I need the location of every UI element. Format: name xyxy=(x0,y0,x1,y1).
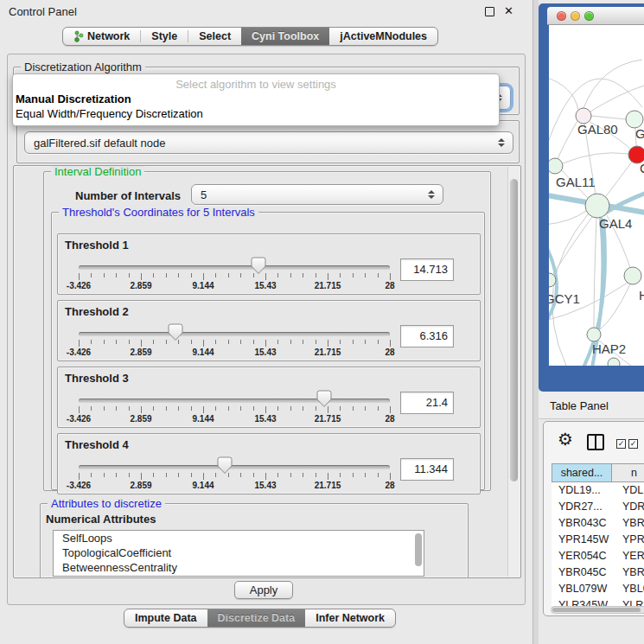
tab-style[interactable]: Style xyxy=(141,28,188,45)
float-window-icon[interactable] xyxy=(485,7,494,16)
column-header-shared-name[interactable]: shared... xyxy=(552,463,612,482)
network-canvas[interactable]: GAL80GACGAL11GAL4GCY1HHAP2 xyxy=(549,25,644,366)
tab-label: Select xyxy=(199,30,231,42)
cell-shared-name: YBL079W xyxy=(552,581,612,597)
cell-name: YBR0 xyxy=(612,515,644,532)
tab-discretize-data[interactable]: Discretize Data xyxy=(207,609,306,627)
slider-track[interactable] xyxy=(79,465,390,469)
slider-tick xyxy=(353,473,354,477)
column-header-name[interactable]: n xyxy=(612,463,644,482)
table-row[interactable]: YBR045CYBR0 xyxy=(552,564,644,581)
slider-thumb[interactable] xyxy=(217,456,233,475)
cyni-mode-tabs: Impute DataDiscretize DataInfer Network xyxy=(124,609,396,628)
table-row[interactable]: YBL079WYBL0 xyxy=(552,581,644,597)
table-row[interactable]: YDR27...YDR2 xyxy=(552,499,644,515)
threshold-value-field[interactable]: 6.316 xyxy=(400,325,454,348)
slider-tick xyxy=(365,340,366,344)
table-data-combobox[interactable]: galFiltered.sif default node xyxy=(24,131,513,154)
slider-tick-label: -3.426 xyxy=(67,414,91,424)
window-zoom-icon[interactable] xyxy=(584,11,594,21)
network-edge[interactable] xyxy=(590,86,644,112)
gear-icon[interactable]: ⚙ xyxy=(558,429,573,450)
dropdown-placeholder-item[interactable]: Select algorithm to view settings xyxy=(13,77,499,92)
network-edge[interactable] xyxy=(583,60,642,108)
table-row[interactable]: YPR145WYPR1 xyxy=(552,532,644,548)
table-row[interactable]: YLR345WYLR3 xyxy=(552,597,644,606)
network-node-gal11[interactable] xyxy=(549,158,563,174)
table-row[interactable]: YDL19...YDL1 xyxy=(552,482,644,499)
network-edge[interactable] xyxy=(591,116,626,119)
network-node-gal4[interactable] xyxy=(585,194,609,218)
list-scrollbar[interactable] xyxy=(415,533,422,566)
column-select-icon[interactable]: ✓✓ xyxy=(616,439,638,449)
slider-tick xyxy=(116,340,117,344)
close-icon[interactable]: ✕ xyxy=(504,4,513,17)
number-of-intervals-label: Number of Intervals xyxy=(75,189,181,202)
table-row[interactable]: YBR043CYBR0 xyxy=(552,515,644,532)
slider-tick xyxy=(303,473,303,477)
slider-tick xyxy=(91,340,92,344)
table-horizontal-scrollbar[interactable] xyxy=(551,606,644,614)
tab-jactivemnodules[interactable]: jActiveMNodules xyxy=(329,28,437,45)
slider-tick xyxy=(353,340,354,344)
window-minimize-icon[interactable] xyxy=(571,11,580,21)
cell-name: YLR3 xyxy=(612,597,644,606)
threshold-value-field[interactable]: 14.713 xyxy=(400,258,454,281)
network-edge[interactable] xyxy=(549,211,586,225)
scrollbar-thumb[interactable] xyxy=(510,179,518,481)
apply-button[interactable]: Apply xyxy=(234,581,293,599)
scrollbar-thumb[interactable] xyxy=(552,608,641,612)
attribute-list-item[interactable]: SelfLoops xyxy=(54,531,424,545)
slider-tick xyxy=(215,406,216,411)
network-node-ga[interactable] xyxy=(626,111,643,128)
attribute-list-item[interactable]: TopologicalCoefficient xyxy=(54,545,424,560)
network-edge[interactable] xyxy=(563,153,628,163)
node-label: GAL11 xyxy=(556,175,596,189)
slider-tick xyxy=(116,273,117,277)
cell-shared-name: YLR345W xyxy=(552,597,612,606)
window-close-icon[interactable] xyxy=(557,11,566,21)
tab-impute-data[interactable]: Impute Data xyxy=(124,609,207,627)
network-edge[interactable] xyxy=(594,218,596,328)
split-view-icon[interactable] xyxy=(587,434,604,450)
network-node-hap2[interactable] xyxy=(587,328,601,341)
numerical-attributes-list[interactable]: SelfLoopsTopologicalCoefficientBetweenne… xyxy=(53,530,424,577)
node-label: GCY1 xyxy=(549,291,580,306)
slider-tick xyxy=(378,406,379,411)
slider-tick xyxy=(91,406,92,411)
slider-track[interactable] xyxy=(79,399,390,403)
slider-thumb[interactable] xyxy=(316,390,332,408)
dropdown-item[interactable]: Manual Discretization xyxy=(13,92,499,106)
tab-cyni-toolbox[interactable]: Cyni Toolbox xyxy=(241,28,329,45)
settings-vertical-scrollbar[interactable] xyxy=(507,167,520,577)
threshold-value-field[interactable]: 11.344 xyxy=(400,458,454,481)
tab-network[interactable]: Network xyxy=(63,28,140,45)
cell-name: YBL0 xyxy=(612,581,644,597)
slider-tick xyxy=(328,473,328,480)
combo-stepper-icon xyxy=(428,190,435,199)
slider-thumb[interactable] xyxy=(168,323,183,341)
number-of-intervals-combobox[interactable]: 5 xyxy=(191,184,443,205)
network-window-titlebar[interactable] xyxy=(547,7,644,25)
slider-tick xyxy=(290,340,291,344)
slider-tick xyxy=(104,473,105,477)
network-node[interactable] xyxy=(608,358,620,366)
table-row[interactable]: YER054CYER0 xyxy=(552,548,644,564)
slider-tick-label: 21.715 xyxy=(315,481,341,490)
threshold-value-field[interactable]: 21.4 xyxy=(400,392,454,414)
slider-tick xyxy=(166,340,167,344)
table-toolbar: ⚙ ✓✓ xyxy=(544,422,644,461)
tab-infer-network[interactable]: Infer Network xyxy=(305,609,395,627)
dropdown-item[interactable]: Equal Width/Frequency Discretization xyxy=(13,106,499,121)
network-edge[interactable] xyxy=(606,162,632,196)
slider-track[interactable] xyxy=(79,332,390,336)
tab-select[interactable]: Select xyxy=(188,28,241,45)
slider-tick xyxy=(166,473,167,477)
slider-tick xyxy=(378,473,379,477)
attribute-list-item[interactable]: BetweennessCentrality xyxy=(54,560,424,575)
network-edge[interactable] xyxy=(553,217,592,274)
network-node-h[interactable] xyxy=(624,267,641,284)
slider-track[interactable] xyxy=(79,265,390,270)
network-edge[interactable] xyxy=(558,121,577,159)
slider-thumb[interactable] xyxy=(251,257,266,275)
